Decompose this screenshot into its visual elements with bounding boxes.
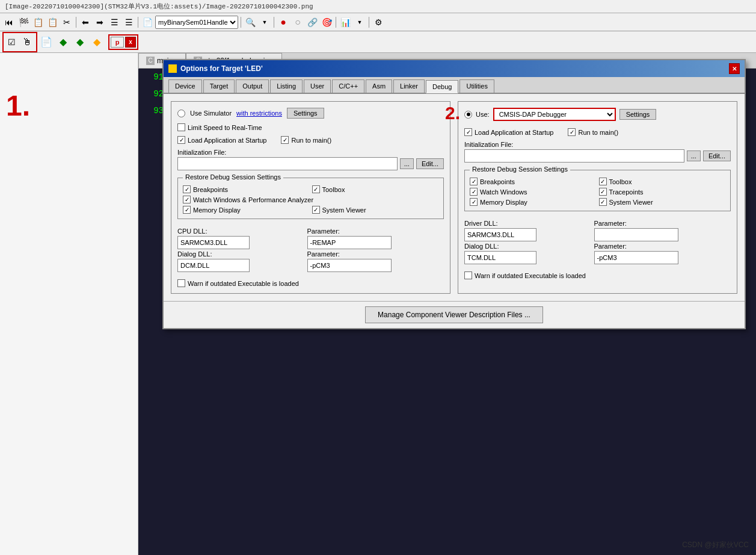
search-dropdown-btn[interactable]: ▼ (258, 16, 271, 29)
chart-btn[interactable]: 📊 (339, 16, 352, 29)
target-btn[interactable]: 🎯 (320, 16, 333, 29)
align-center-btn[interactable]: ☰ (108, 16, 121, 29)
edit-btn-right[interactable]: Edit... (703, 150, 731, 161)
check-btn[interactable]: ☑ (5, 36, 18, 49)
param-label-driver: Parameter: (594, 220, 731, 227)
watch-windows-check-left[interactable] (183, 196, 191, 203)
load-app-check-left[interactable] (177, 136, 185, 144)
circle-btn[interactable]: ○ (291, 16, 304, 29)
tracepoints-check-right[interactable] (599, 188, 607, 196)
warn-row-left: Warn if outdated Executable is loaded (177, 279, 444, 287)
close-button[interactable]: x (125, 37, 136, 48)
tab-listing[interactable]: Listing (270, 79, 303, 93)
manage-btn[interactable]: Manage Component Viewer Description File… (365, 306, 543, 323)
warn-check-right[interactable] (464, 271, 472, 279)
align-justify-btn[interactable]: ☰ (122, 16, 135, 29)
dll-grid-left: CPU DLL: Parameter: Dialog DLL: Paramete… (177, 228, 444, 272)
simulator-radio[interactable] (177, 110, 185, 117)
back-btn[interactable]: ⏮ (2, 16, 16, 29)
tab-device[interactable]: Device (168, 79, 202, 93)
warn-row-right: Warn if outdated Executable is loaded (464, 271, 731, 279)
tab-debug[interactable]: Debug (426, 80, 458, 93)
flag-btn[interactable]: 🏁 (17, 16, 30, 29)
use-label: Use: (476, 111, 490, 118)
simulator-label: Use Simulator (190, 110, 232, 117)
cut-btn[interactable]: ✂ (60, 16, 73, 29)
breakpoints-check-right[interactable] (470, 178, 478, 185)
restore-group-title-left: Restore Debug Session Settings (183, 173, 283, 181)
dialog-close-btn[interactable]: ✕ (729, 63, 740, 74)
align-left-btn[interactable]: ⬅ (79, 16, 92, 29)
copy2-btn[interactable]: 📋 (46, 16, 59, 29)
memory-display-check-right[interactable] (470, 198, 478, 206)
dots-btn-left[interactable]: ... (400, 158, 414, 169)
breakpoints-check-left[interactable] (183, 185, 191, 193)
doc-btn[interactable]: 📄 (38, 34, 54, 50)
init-file-row-right: ... Edit... (464, 149, 731, 163)
watch-windows-check-right[interactable] (470, 188, 478, 196)
with-restrictions-link[interactable]: with restrictions (236, 110, 282, 117)
tab-user[interactable]: User (304, 79, 331, 93)
dropdown2-btn[interactable]: ▼ (353, 16, 366, 29)
toolbox-check-left[interactable] (312, 185, 320, 193)
run-to-main-check-left[interactable] (281, 136, 289, 144)
copy1-btn[interactable]: 📋 (31, 16, 45, 29)
dialog-dll-input-right[interactable] (464, 251, 536, 264)
restore-group-left: Restore Debug Session Settings Breakpoin… (177, 178, 444, 219)
system-viewer-check-left[interactable] (312, 206, 320, 214)
init-file-input-right[interactable] (464, 149, 684, 163)
tab-utilities[interactable]: Utilities (459, 79, 494, 93)
link-btn[interactable]: 🔗 (306, 16, 319, 29)
system-viewer-check-right[interactable] (599, 198, 607, 206)
handle-select[interactable]: myBinarySem01Handle (155, 16, 238, 29)
tab-linker[interactable]: Linker (393, 79, 425, 93)
diamond3-btn[interactable]: ◆ (89, 34, 105, 50)
use-radio[interactable] (464, 111, 472, 119)
record-btn[interactable]: ● (277, 16, 290, 29)
load-app-check-right[interactable] (464, 128, 472, 136)
toolbox-check-right[interactable] (599, 178, 607, 185)
debugger-select-box: CMSIS-DAP Debugger (493, 108, 616, 121)
dialog-dll-input-left[interactable] (177, 259, 250, 272)
tab-cpp[interactable]: C/C++ (332, 79, 364, 93)
tab-target[interactable]: Target (203, 79, 235, 93)
sep2 (138, 17, 138, 28)
breakpoints-right: Breakpoints (470, 178, 597, 185)
align-right-btn[interactable]: ➡ (93, 16, 106, 29)
driver-dll-input[interactable] (464, 228, 536, 241)
pin-close-box: р x (108, 34, 138, 50)
toolbox-left: Toolbox (312, 185, 439, 193)
pin-button[interactable]: р (111, 37, 124, 48)
cpu-param-input[interactable] (307, 236, 392, 249)
warn-check-left[interactable] (177, 279, 185, 287)
right-settings-btn[interactable]: Settings (619, 109, 657, 120)
file-btn[interactable]: 📄 (141, 16, 154, 29)
dots-btn-right[interactable]: ... (687, 150, 701, 161)
edit-btn-left[interactable]: Edit... (416, 158, 444, 169)
memory-display-check-left[interactable] (183, 206, 191, 214)
run-to-main-check-right[interactable] (568, 128, 576, 136)
dialog-body: Use Simulator with restrictions Settings… (164, 94, 745, 301)
system-viewer-left: System Viewer (312, 206, 439, 214)
dialog-param-input-left[interactable] (307, 259, 392, 272)
dialog-param-input-right[interactable] (594, 251, 678, 264)
dialog-icon (168, 64, 177, 73)
load-run-row-right: Load Application at Startup Run to main(… (464, 128, 731, 136)
use-row: Use: CMSIS-DAP Debugger Settings (464, 108, 731, 121)
cursor-btn[interactable]: 🖱 (19, 34, 35, 50)
tab-output[interactable]: Output (236, 79, 269, 93)
step1-label: 1. (6, 89, 30, 122)
driver-param-input[interactable] (594, 228, 678, 241)
limit-speed-check[interactable] (177, 123, 185, 131)
simulator-settings-btn[interactable]: Settings (287, 108, 324, 119)
load-app-left: Load Application at Startup (177, 136, 266, 144)
debugger-select[interactable]: CMSIS-DAP Debugger (494, 109, 615, 120)
settings-btn[interactable]: ⚙ (372, 16, 385, 29)
diamond1-btn[interactable]: ◆ (55, 34, 71, 50)
tab-asm[interactable]: Asm (366, 79, 392, 93)
tracepoints-right: Tracepoints (599, 188, 726, 196)
cpu-dll-input[interactable] (177, 236, 250, 249)
init-file-input-left[interactable] (177, 157, 398, 170)
diamond2-btn[interactable]: ◆ (72, 34, 88, 50)
search-btn[interactable]: 🔍 (244, 16, 257, 29)
